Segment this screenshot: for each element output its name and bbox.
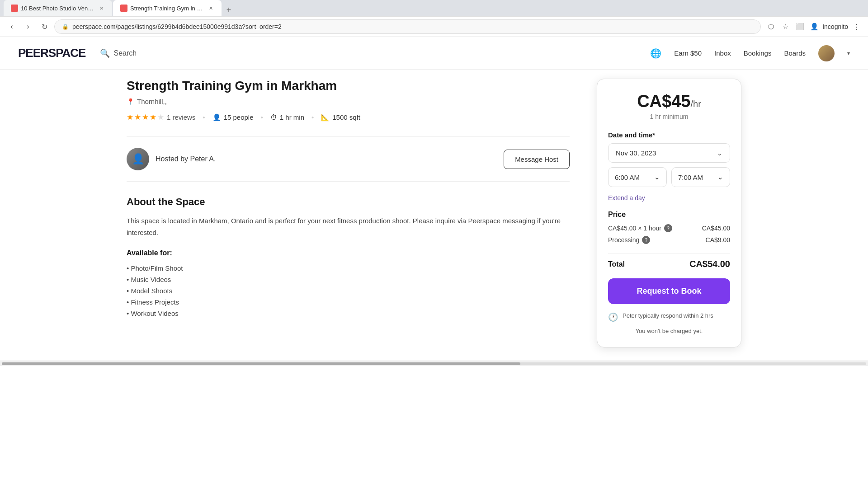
main-layout: Strength Training Gym in Markham 📍 Thorn… <box>108 70 760 361</box>
price-minimum: 1 hr minimum <box>608 113 730 120</box>
about-section: About the Space This space is located in… <box>127 196 570 319</box>
total-row: Total CA$54.00 <box>608 259 730 269</box>
about-text: This space is located in Markham, Ontari… <box>127 215 570 238</box>
duration-stat: ⏱ 1 hr min <box>270 113 304 121</box>
left-content: Strength Training Gym in Markham 📍 Thorn… <box>127 70 570 361</box>
total-value: CA$54.00 <box>689 259 730 269</box>
duration-text: 1 hr min <box>280 113 304 121</box>
nav-bookings-link[interactable]: Bookings <box>744 49 772 57</box>
profile-window-icon[interactable]: ⬜ <box>793 20 806 33</box>
available-for: Available for: Photo/Film Shoot Music Vi… <box>127 249 570 319</box>
nav-earn-link[interactable]: Earn $50 <box>674 49 702 57</box>
right-panel: CA$45/hr 1 hr minimum Date and time* Nov… <box>597 70 741 361</box>
nav-dropdown-icon[interactable]: ▾ <box>847 50 850 56</box>
time-start-chevron: ⌄ <box>654 173 660 181</box>
more-options-icon[interactable]: ⋮ <box>850 20 863 33</box>
time-end-select[interactable]: 7:00 AM ⌄ <box>671 167 730 187</box>
processing-label: Processing ? <box>608 236 650 244</box>
tab-favicon-2 <box>120 5 127 12</box>
list-item: Music Videos <box>127 274 570 285</box>
response-text: Peter typically respond within 2 hrs <box>623 311 713 320</box>
available-list: Photo/Film Shoot Music Videos Model Shoo… <box>127 263 570 319</box>
price-row-1-text: CA$45.00 × 1 hour <box>608 225 661 232</box>
tab-close-2[interactable]: ✕ <box>207 5 214 12</box>
date-value: Nov 30, 2023 <box>616 149 656 157</box>
page-scrollbar[interactable] <box>0 361 868 366</box>
reload-button[interactable]: ↻ <box>38 20 51 33</box>
globe-icon[interactable]: 🌐 <box>650 48 661 59</box>
processing-value: CA$9.00 <box>706 236 730 244</box>
ruler-icon: 📐 <box>321 113 330 122</box>
incognito-icon[interactable]: 👤 <box>808 20 821 33</box>
request-to-book-button[interactable]: Request to Book <box>608 278 730 304</box>
price-row-1-label: CA$45.00 × 1 hour ? <box>608 224 672 232</box>
new-tab-button[interactable]: + <box>222 4 235 16</box>
price-section: Price CA$45.00 × 1 hour ? CA$45.00 Proce… <box>608 211 730 244</box>
nav-right: 🌐 Earn $50 Inbox Bookings Boards ▾ <box>650 45 850 61</box>
nav-boards-link[interactable]: Boards <box>784 49 806 57</box>
host-name: Hosted by Peter A. <box>156 155 216 163</box>
time-start-value: 6:00 AM <box>615 174 640 181</box>
tab-1[interactable]: 10 Best Photo Studio Venues - ✕ <box>4 0 112 16</box>
processing-info-icon[interactable]: ? <box>642 236 650 244</box>
page-content: PEERSPACE 🔍 Search 🌐 Earn $50 Inbox Book… <box>0 37 868 361</box>
list-item: Photo/Film Shoot <box>127 263 570 274</box>
sqft-stat: 📐 1500 sqft <box>321 113 360 122</box>
tab-title-2: Strength Training Gym in Mark... <box>130 5 204 12</box>
nav-avatar[interactable] <box>818 45 835 61</box>
list-item: Workout Videos <box>127 308 570 319</box>
nav-inbox-link[interactable]: Inbox <box>714 49 731 57</box>
time-end-value: 7:00 AM <box>678 174 703 181</box>
forward-button[interactable]: › <box>22 20 34 33</box>
processing-row: Processing ? CA$9.00 <box>608 236 730 244</box>
date-input[interactable]: Nov 30, 2023 ⌄ <box>608 143 730 163</box>
incognito-label: Incognito <box>822 23 848 30</box>
time-start-select[interactable]: 6:00 AM ⌄ <box>608 167 667 187</box>
address-bar[interactable]: 🔒 peerspace.com/pages/listings/6299b4d6b… <box>54 19 761 34</box>
back-button[interactable]: ‹ <box>5 20 18 33</box>
available-label: Available for: <box>127 249 570 257</box>
bookmark-icon[interactable]: ☆ <box>779 20 792 33</box>
date-label: Date and time* <box>608 131 655 139</box>
tab-2[interactable]: Strength Training Gym in Mark... ✕ <box>113 0 222 16</box>
price-row-1: CA$45.00 × 1 hour ? CA$45.00 <box>608 224 730 232</box>
star-rating-display: ★ ★ ★ ★ ★ <box>127 113 164 122</box>
people-count: 15 people <box>224 113 254 121</box>
date-section: Date and time* Nov 30, 2023 ⌄ 6:00 AM ⌄ … <box>608 131 730 202</box>
search-icon: 🔍 <box>100 48 110 58</box>
nav-search-button[interactable]: 🔍 Search <box>100 48 137 58</box>
stars-rating: ★ ★ ★ ★ ★ 1 reviews <box>127 113 195 122</box>
site-logo[interactable]: PEERSPACE <box>18 46 85 60</box>
page-location: 📍 Thornhill,, <box>127 98 570 105</box>
tab-title-1: 10 Best Photo Studio Venues - <box>21 5 95 12</box>
price-info-icon[interactable]: ? <box>664 224 672 232</box>
star-2: ★ <box>134 113 141 122</box>
person-icon: 👤 <box>212 113 221 122</box>
price-header: CA$45/hr 1 hr minimum <box>608 92 730 120</box>
response-clock-icon: 🕐 <box>608 312 618 322</box>
sqft-text: 1500 sqft <box>332 113 360 121</box>
star-4: ★ <box>150 113 156 122</box>
star-3: ★ <box>142 113 149 122</box>
scrollbar-track <box>2 362 866 365</box>
total-divider <box>608 253 730 253</box>
tab-favicon-1 <box>11 5 18 12</box>
reviews-count[interactable]: 1 reviews <box>167 113 195 121</box>
location-icon: 📍 <box>127 98 134 105</box>
extend-day-link[interactable]: Extend a day <box>608 194 730 202</box>
toolbar-icons: ⬡ ☆ ⬜ 👤 Incognito ⋮ <box>764 20 863 33</box>
divider-1: • <box>203 113 205 121</box>
divider-3: • <box>311 113 314 121</box>
browser-chrome: 10 Best Photo Studio Venues - ✕ Strength… <box>0 0 868 37</box>
star-5: ★ <box>157 113 164 122</box>
total-label: Total <box>608 260 625 268</box>
people-stat: 👤 15 people <box>212 113 254 122</box>
response-info: 🕐 Peter typically respond within 2 hrs <box>608 311 730 322</box>
tab-close-1[interactable]: ✕ <box>98 5 105 12</box>
tab-bar: 10 Best Photo Studio Venues - ✕ Strength… <box>0 0 868 16</box>
price-unit: /hr <box>690 99 701 109</box>
lock-icon: 🔒 <box>62 23 69 30</box>
cast-icon[interactable]: ⬡ <box>764 20 777 33</box>
time-row: 6:00 AM ⌄ 7:00 AM ⌄ <box>608 167 730 187</box>
message-host-button[interactable]: Message Host <box>504 150 570 169</box>
